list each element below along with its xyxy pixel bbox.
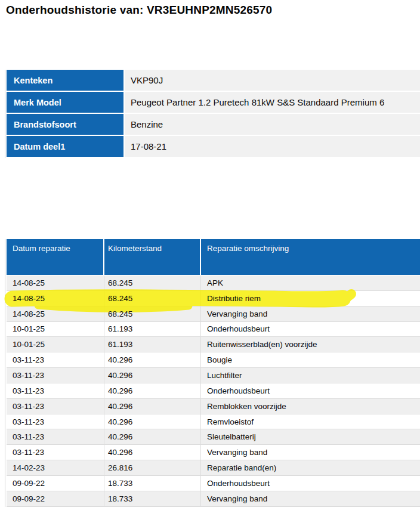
- cell-datum-reparatie: 09-09-22: [7, 476, 104, 491]
- vehicle-info-value: Peugeot Partner 1.2 Puretech 81kW S&S St…: [125, 92, 420, 113]
- cell-datum-reparatie: 14-08-25: [7, 291, 104, 306]
- maintenance-table-row: 03-11-23 40.296 Luchtfilter: [7, 368, 420, 383]
- maintenance-table-row: 03-11-23 40.296 Remblokken voorzijde: [7, 399, 420, 414]
- cell-kilometerstand: 40.296: [104, 414, 201, 429]
- maintenance-table-row: 14-02-23 26.816 Reparatie band(en): [7, 460, 420, 476]
- maintenance-table-row: 03-11-23 40.296 Onderhoudsbeurt: [7, 383, 420, 399]
- cell-kilometerstand: 68.245: [104, 306, 201, 321]
- maintenance-table-row: 03-11-23 40.296 Sleutelbatterij: [7, 429, 420, 445]
- cell-datum-reparatie: 14-08-25: [7, 306, 104, 321]
- maintenance-history-table: Datum reparatie Kilometerstand Reparatie…: [5, 239, 420, 507]
- cell-kilometerstand: 40.296: [104, 399, 201, 414]
- cell-kilometerstand: 40.296: [104, 429, 201, 444]
- cell-datum-reparatie: 03-11-23: [7, 352, 104, 367]
- cell-reparatie-omschrijving: Vervanging band: [201, 491, 420, 506]
- maintenance-table-row: 14-08-25 68.245 APK: [7, 275, 420, 291]
- cell-datum-reparatie: 03-11-23: [7, 399, 104, 414]
- vehicle-info-row: Datum deel1 17-08-21: [7, 136, 420, 157]
- vehicle-info-rows: Kenteken VKP90J Merk Model Peugeot Partn…: [5, 70, 420, 157]
- cell-reparatie-omschrijving: Vervanging band: [201, 445, 420, 460]
- cell-datum-reparatie: 10-01-25: [7, 322, 104, 337]
- cell-kilometerstand: 68.245: [104, 275, 201, 290]
- cell-reparatie-omschrijving: Remvloeistof: [201, 414, 420, 429]
- cell-datum-reparatie: 03-11-23: [7, 383, 104, 398]
- vehicle-info-value: VKP90J: [125, 70, 420, 91]
- maintenance-table-row: 09-09-22 18.733 Vervanging band: [7, 491, 420, 507]
- maintenance-table-row: 10-01-25 61.193 Ruitenwisserblad(en) voo…: [7, 337, 420, 352]
- vehicle-info-label: Merk Model: [7, 92, 123, 113]
- cell-reparatie-omschrijving: Onderhoudsbeurt: [201, 322, 420, 337]
- vehicle-info-row: Merk Model Peugeot Partner 1.2 Puretech …: [7, 92, 420, 113]
- cell-reparatie-omschrijving: Ruitenwisserblad(en) voorzijde: [201, 337, 420, 352]
- cell-reparatie-omschrijving: Onderhoudsbeurt: [201, 476, 420, 491]
- cell-kilometerstand: 26.816: [104, 460, 201, 475]
- vehicle-info-row: Kenteken VKP90J: [7, 70, 420, 91]
- cell-kilometerstand: 18.733: [104, 491, 201, 506]
- vehicle-info-value: Benzine: [125, 114, 420, 135]
- cell-reparatie-omschrijving: Bougie: [201, 352, 420, 367]
- cell-kilometerstand: 61.193: [104, 322, 201, 337]
- cell-datum-reparatie: 10-01-25: [7, 337, 104, 352]
- cell-kilometerstand: 40.296: [104, 352, 201, 367]
- vehicle-info-label: Brandstofsoort: [7, 114, 123, 135]
- cell-reparatie-omschrijving: Luchtfilter: [201, 368, 420, 383]
- cell-reparatie-omschrijving: Reparatie band(en): [201, 460, 420, 475]
- column-header-reparatie-omschrijving: Reparatie omschrijving: [201, 239, 420, 275]
- maintenance-table-row: 09-09-22 18.733 Onderhoudsbeurt: [7, 476, 420, 491]
- vehicle-info-label: Kenteken: [7, 70, 123, 91]
- vehicle-info-row: Brandstofsoort Benzine: [7, 114, 420, 135]
- page-title: Onderhoudshistorie van: VR3EUHNP2MN52657…: [6, 4, 272, 17]
- cell-reparatie-omschrijving: Vervanging band: [201, 306, 420, 321]
- cell-datum-reparatie: 03-11-23: [7, 429, 104, 444]
- maintenance-table-row: 03-11-23 40.296 Vervanging band: [7, 445, 420, 460]
- cell-reparatie-omschrijving: APK: [201, 275, 420, 290]
- cell-kilometerstand: 40.296: [104, 383, 201, 398]
- maintenance-table-row: 10-01-25 61.193 Onderhoudsbeurt: [7, 322, 420, 337]
- cell-kilometerstand: 61.193: [104, 337, 201, 352]
- maintenance-table-row: 03-11-23 40.296 Remvloeistof: [7, 414, 420, 430]
- cell-datum-reparatie: 14-08-25: [7, 275, 104, 290]
- vehicle-info-value: 17-08-21: [125, 136, 420, 157]
- maintenance-table-row: 14-08-25 68.245 Vervanging band: [7, 306, 420, 322]
- cell-datum-reparatie: 03-11-23: [7, 368, 104, 383]
- cell-datum-reparatie: 09-09-22: [7, 491, 104, 506]
- cell-kilometerstand: 18.733: [104, 476, 201, 491]
- cell-reparatie-omschrijving: Remblokken voorzijde: [201, 399, 420, 414]
- vehicle-info-label: Datum deel1: [7, 136, 123, 157]
- maintenance-table-body: 14-08-25 68.245 APK 14-08-25 68.245 Dist…: [7, 275, 420, 507]
- cell-datum-reparatie: 14-02-23: [7, 460, 104, 475]
- cell-kilometerstand: 40.296: [104, 368, 201, 383]
- cell-reparatie-omschrijving: Sleutelbatterij: [201, 429, 420, 444]
- maintenance-table-header: Datum reparatie Kilometerstand Reparatie…: [7, 239, 420, 275]
- cell-datum-reparatie: 03-11-23: [7, 445, 104, 460]
- maintenance-table-row-highlighted: 14-08-25 68.245 Distributie riem: [7, 291, 420, 306]
- column-header-kilometerstand: Kilometerstand: [104, 239, 201, 275]
- cell-reparatie-omschrijving: Distributie riem: [201, 291, 420, 306]
- cell-datum-reparatie: 03-11-23: [7, 414, 104, 429]
- cell-reparatie-omschrijving: Onderhoudsbeurt: [201, 383, 420, 398]
- maintenance-table-row: 03-11-23 40.296 Bougie: [7, 352, 420, 368]
- cell-kilometerstand: 40.296: [104, 445, 201, 460]
- column-header-datum-reparatie: Datum reparatie: [7, 239, 104, 275]
- cell-kilometerstand: 68.245: [104, 291, 201, 306]
- vehicle-info-table: Kenteken VKP90J Merk Model Peugeot Partn…: [5, 70, 420, 158]
